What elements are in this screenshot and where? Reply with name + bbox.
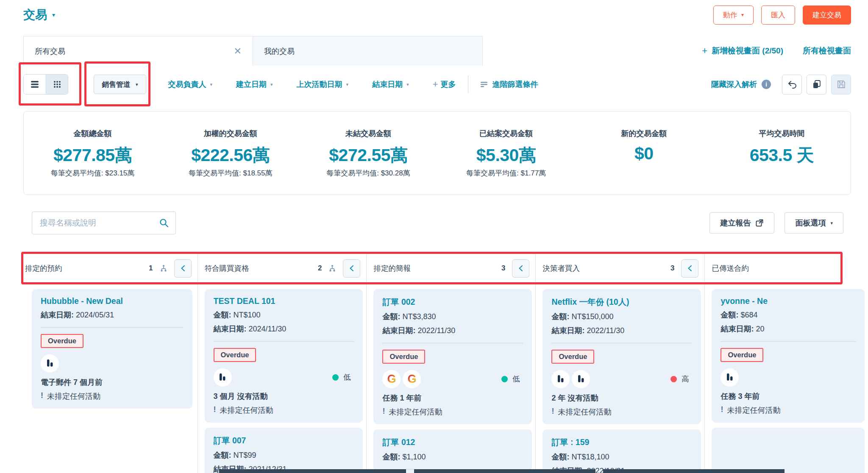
clipped-content-edge — [219, 469, 406, 473]
column-header: 符合購買資格 2 — [198, 253, 367, 283]
priority-label: 低 — [343, 372, 351, 382]
stage-column-qualified-to-buy: 符合購買資格 2 — [198, 253, 367, 473]
stat-value: $5.30萬 — [437, 144, 575, 164]
stat-label: 未結交易金額 — [299, 128, 437, 139]
hide-insights-link[interactable]: 隱藏深入解析 — [711, 79, 757, 89]
clone-button[interactable] — [807, 75, 826, 95]
stat-open-amount: 未結交易金額 $272.55萬 每筆交易平均值: $30.28萬 — [299, 128, 437, 178]
save-button[interactable] — [831, 75, 851, 95]
header-actions: 動作 ▾ 匯入 建立交易 — [713, 6, 851, 25]
info-icon[interactable]: i — [762, 80, 771, 89]
column-header: 排定的預約 1 — [23, 253, 198, 283]
deal-close-date: 結束日期: 2024/05/31 — [41, 310, 184, 320]
create-report-button[interactable]: 建立報告 — [709, 212, 774, 234]
hububble-avatar[interactable] — [214, 368, 232, 387]
avatar-row — [721, 368, 856, 387]
pipeline-select[interactable]: 銷售管道 ▾ — [94, 75, 146, 94]
stat-sub: 每筆交易平均值: $23.15萬 — [24, 168, 161, 178]
tab-my-deals[interactable]: 我的交易 — [253, 36, 483, 66]
deal-card[interactable]: TEST DEAL 101 金額: NT$100 結束日期: 2024/11/3… — [205, 289, 363, 423]
hububble-avatar[interactable] — [721, 368, 739, 387]
undo-icon — [787, 80, 797, 89]
stat-new-amount: 新的交易金額 $0 — [575, 128, 713, 178]
filter-close-date[interactable]: 結束日期 ▾ — [372, 79, 409, 89]
stage-column-contract-sent: 已傳送合約 yvonne - Ne 金額: $684 結束日期: 20 Over… — [705, 253, 868, 473]
advanced-filters-link[interactable]: 進階篩選條件 — [480, 79, 538, 89]
deal-card-partial[interactable] — [712, 428, 865, 473]
deal-title[interactable]: 訂單 : 159 — [551, 437, 692, 448]
deal-title[interactable]: 訂單 012 — [382, 437, 523, 448]
board-view-button[interactable] — [46, 75, 68, 94]
column-name: 決策者買入 — [542, 263, 580, 273]
card-divider — [721, 341, 856, 342]
deal-title[interactable]: Hububble - New Deal — [41, 296, 184, 306]
board-options-button[interactable]: 面板選項 ▾ — [785, 212, 843, 234]
page-title-caret-icon[interactable]: ▾ — [52, 11, 55, 18]
column-name: 已傳送合約 — [712, 263, 749, 273]
deal-card[interactable]: 訂單 012 金額: $1,100 3 年 沒有活動 — [373, 429, 532, 473]
priority-low-dot — [332, 374, 339, 381]
column-count: 2 — [318, 264, 322, 273]
collapse-column-button[interactable] — [681, 259, 698, 278]
deal-title[interactable]: Netflix 一年份 (10人) — [551, 296, 692, 308]
deal-amount: 金額: NT$18,100 — [551, 452, 692, 462]
stat-sub — [713, 168, 851, 178]
deal-card[interactable]: Hububble - New Deal 結束日期: 2024/05/31 Ove… — [32, 289, 192, 409]
search-input[interactable] — [32, 211, 176, 234]
filter-label: 上次活動日期 — [297, 79, 342, 89]
avatar-row: 低 — [214, 368, 354, 387]
deal-card[interactable]: 訂單 : 159 金額: NT$18,100 結束日期: 2022/10/31 — [542, 429, 701, 473]
stat-value: $0 — [575, 144, 713, 164]
column-name: 排定的預約 — [25, 263, 62, 273]
deal-card[interactable]: Netflix 一年份 (10人) 金額: NT$150,000 結束日期: 2… — [542, 289, 701, 424]
hububble-avatar[interactable] — [551, 370, 570, 388]
filter-create-date[interactable]: 建立日期 ▾ — [236, 79, 273, 89]
deal-amount: 金額: NT$150,000 — [551, 312, 692, 322]
column-header: 決策者買入 3 — [536, 253, 704, 283]
create-deal-button[interactable]: 建立交易 — [803, 6, 851, 25]
column-header: 已傳送合約 — [705, 253, 868, 283]
tab-all-deals[interactable]: 所有交易 ✕ — [23, 36, 253, 66]
priority-high-dot — [670, 376, 677, 382]
list-view-button[interactable] — [24, 75, 46, 94]
all-views-link[interactable]: 所有檢視畫面 — [803, 45, 851, 56]
actions-button[interactable]: 動作 ▾ — [713, 6, 754, 25]
stat-label: 加權的交易金額 — [161, 128, 299, 139]
google-avatar[interactable]: G — [403, 370, 421, 388]
stat-sub: 每筆交易平均值: $30.28萬 — [299, 168, 437, 178]
deal-card[interactable]: 訂單 007 金額: NT$99 結束日期: 2021/12/31 — [205, 428, 363, 473]
filter-last-activity-date[interactable]: 上次活動日期 ▾ — [297, 79, 349, 89]
deal-amount: 金額: $1,100 — [382, 452, 523, 462]
search-icon — [159, 218, 169, 228]
filter-deal-owner[interactable]: 交易負責人 ▾ — [168, 79, 213, 89]
stat-label: 新的交易金額 — [575, 128, 713, 139]
last-activity: 任務 3 年前 — [721, 391, 856, 401]
hububble-avatar[interactable] — [41, 354, 59, 373]
add-view-link[interactable]: + 新增檢視畫面 (2/50) — [702, 45, 783, 56]
column-cards: Netflix 一年份 (10人) 金額: NT$150,000 結束日期: 2… — [536, 283, 704, 473]
priority-label: 高 — [682, 374, 689, 384]
undo-button[interactable] — [782, 75, 802, 95]
collapse-column-button[interactable] — [174, 259, 192, 278]
hububble-avatar[interactable] — [572, 370, 590, 388]
deal-card[interactable]: yvonne - Ne 金額: $684 結束日期: 20 Overdue 任務… — [712, 289, 865, 423]
card-divider — [214, 341, 354, 342]
collapse-column-button[interactable] — [512, 259, 529, 278]
more-filters-link[interactable]: + 更多 — [433, 79, 456, 90]
import-button[interactable]: 匯入 — [761, 6, 795, 25]
filter-label: 交易負責人 — [168, 79, 206, 89]
deal-title[interactable]: 訂單 002 — [382, 296, 523, 308]
deal-title[interactable]: TEST DEAL 101 — [214, 296, 354, 306]
collapse-column-button[interactable] — [343, 259, 360, 278]
deal-title[interactable]: 訂單 007 — [214, 435, 354, 446]
board-toolbar: 銷售管道 ▾ 交易負責人 ▾ 建立日期 ▾ 上次活動日期 ▾ 結束日期 ▾ + … — [23, 72, 851, 97]
page-header: 交易 ▾ 動作 ▾ 匯入 建立交易 — [23, 4, 851, 25]
google-avatar[interactable]: G — [382, 370, 401, 388]
deal-title[interactable]: yvonne - Ne — [721, 296, 856, 306]
copy-icon — [812, 80, 821, 89]
warning-icon: ! — [41, 391, 43, 401]
board-controls: 建立報告 面板選項 ▾ — [32, 211, 843, 235]
close-icon[interactable]: ✕ — [234, 47, 242, 56]
stat-weighted-amount: 加權的交易金額 $222.56萬 每筆交易平均值: $18.55萬 — [161, 128, 299, 178]
deal-card[interactable]: 訂單 002 金額: NT$3,830 結束日期: 2022/11/30 Ove… — [373, 289, 532, 424]
